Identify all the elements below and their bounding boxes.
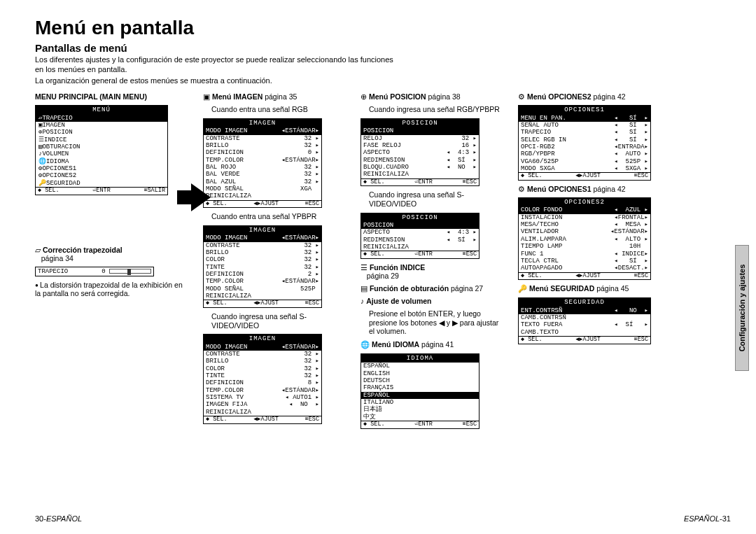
osd-row: BRILLO32 ▸ (204, 358, 321, 365)
key-icon: 🔑 (518, 284, 527, 293)
osd-row: DEFINICION 2 ▸ (204, 271, 321, 278)
osd-row: IMAGEN FIJA◂ NO ▸ (204, 401, 321, 408)
osd-row: TINTE32 ▸ (204, 264, 321, 271)
osd-row: INSTALACION◂FRONTAL▸ (519, 214, 650, 221)
osd-title: IMAGEN (204, 335, 321, 343)
osd-row: BAL AZUL32 ▸ (204, 178, 321, 185)
page-number-left: 30- (35, 514, 46, 523)
osd-lang-item: ITALIANO (361, 399, 479, 406)
content-columns: MENU PRINCIPAL (MAIN MENU) MENÚ ▱TRAPECI… (35, 92, 731, 428)
opciones1-page-ref: página 42 (593, 185, 625, 193)
gear-icon: ⚙ (518, 185, 525, 193)
osd-rows: CONTRASTE32 ▸BRILLO32 ▸COLOR32 ▸TINTE32 … (204, 351, 321, 416)
imagen-caption-bold: Menú IMAGEN (212, 92, 262, 101)
trapezoid-note-text: La distorsión trapezoidal de la exhibici… (35, 281, 183, 298)
idioma-caption-bold: Menú IDIOMA (372, 340, 419, 349)
osd-footer: ◆ SEL.◀▶AJUST⌧ESC (204, 200, 321, 208)
osd-row: 🔑SEGURIDAD (36, 180, 167, 187)
volumen-text: Presione el botón ENTER, y luego presion… (360, 309, 504, 336)
posicion-caption: ⊕ Menú POSICION página 38 (360, 92, 504, 101)
indice-page-ref: página 29 (367, 272, 399, 280)
section-heading: Pantallas de menú (35, 42, 731, 54)
column-opciones: ⚙ Menú OPCIONES2 página 42 OPCIONES1 MEN… (518, 92, 665, 344)
osd-row: COLOR32 ▸ (204, 365, 321, 372)
seguridad-caption-bold: Menú SEGURIDAD (529, 284, 594, 293)
bullet-icon (35, 281, 40, 289)
osd-footer: ◆ SEL.⏎ENTR⌧ESC (361, 251, 479, 258)
posicion-sub-rgb: Cuando ingresa una señal RGB/YPBPR (360, 105, 504, 114)
main-menu-caption: MENU PRINCIPAL (MAIN MENU) (35, 92, 189, 101)
idioma-caption: 🌐 Menú IDIOMA página 41 (360, 340, 504, 349)
osd-title: SEGURIDAD (519, 298, 650, 307)
position-icon: ⊕ (360, 92, 367, 101)
imagen-page-ref: página 35 (265, 92, 297, 101)
shutter-icon: ▤ (360, 284, 368, 293)
gear-icon: ⚙ (518, 92, 525, 101)
osd-row: COLOR FONDO◂ AZUL ▸ (519, 206, 650, 213)
osd-row: MODO SEÑAL525P (204, 286, 321, 293)
globe-icon: 🌐 (360, 340, 370, 349)
trapezoid-label: TRAPECIO (38, 268, 68, 275)
column-main-menu: MENU PRINCIPAL (MAIN MENU) MENÚ ▱TRAPECI… (35, 92, 189, 298)
osd-row: DEFINICION 8 ▸ (204, 379, 321, 386)
osd-row: POSICION (361, 222, 479, 229)
footer-entr: ⏎ENTR (92, 188, 111, 195)
osd-row: REINICIALIZA (204, 293, 321, 300)
osd-row: BAL VERDE32 ▸ (204, 171, 321, 178)
imagen-sub-ypbpr: Cuando entra una señal YPBPR (203, 212, 346, 221)
posicion-caption-bold: Menú POSICION (369, 92, 426, 101)
osd-row-mode: MODO IMAGEN◂ESTÁNDAR▸ (204, 127, 321, 134)
opciones2-caption-bold: Menú OPCIONES2 (527, 92, 592, 101)
osd-row: ♪VOLUMEN (36, 150, 167, 157)
osd-footer: ◆ SEL.⏎ENTR⌧ESC (361, 178, 479, 186)
seguridad-page-ref: página 45 (596, 284, 629, 293)
page-number-right: -31 (720, 514, 731, 523)
osd-footer: ◆ SEL.◀▶AJUST⌧ESC (204, 416, 321, 423)
page-lang-left: ESPAÑOL (46, 514, 82, 523)
trapezoid-value-slider: 0 (102, 268, 151, 275)
osd-title: POSICION (361, 119, 479, 127)
osd-row: ⊕POSICION (36, 129, 167, 136)
trapezoid-icon: ▱ (35, 246, 41, 254)
osd-row: CONTRASTE32 ▸ (204, 135, 321, 142)
osd-lang-item: 中文 (361, 414, 479, 421)
page-title: Menú en pantalla (35, 17, 731, 39)
trapezoid-page-ref: página 34 (41, 254, 74, 262)
page: Menú en pantalla Pantallas de menú Los d… (0, 0, 756, 534)
osd-row: SEÑAL AUTO◂ SÍ ▸ (519, 122, 650, 129)
osd-row-mode: MODO IMAGEN◂ESTÁNDAR▸ (204, 344, 321, 351)
osd-row: REDIMENSION◂ SÍ ▸ (361, 237, 479, 244)
osd-row: ⚙OPCIONES2 (36, 172, 167, 179)
trapezoid-value: 0 (102, 268, 105, 275)
osd-lang-item: DEUTSCH (361, 377, 479, 384)
arrow-right-icon (191, 183, 211, 211)
imagen-sub-rgb: Cuando entra una señal RGB (203, 105, 346, 114)
osd-lang-item: 日本語 (361, 406, 479, 413)
osd-row: ☰INDICE (36, 136, 167, 143)
osd-row: CONTRASTE32 ▸ (204, 351, 321, 358)
osd-title: IMAGEN (204, 226, 321, 234)
osd-row: OPCI·RGB2◂ENTRADA▸ (519, 143, 650, 150)
osd-lang-list: ESPAÑOLENGLISHDEUTSCHFRANÇAISESPAÑOLITAL… (361, 363, 479, 421)
footer-exit: ⌧SALIR (144, 188, 165, 195)
osd-row: BLOQU.CUADRO◂ NO ▸ (361, 164, 479, 171)
osd-row-mode: MODO IMAGEN◂ESTÁNDAR▸ (204, 234, 321, 241)
osd-row: REINICIALIZA (361, 171, 479, 178)
osd-row: CAMB.TEXTO (519, 329, 650, 336)
opciones1-caption-bold: Menú OPCIONES1 (527, 185, 592, 193)
osd-row: ASPECTO◂ 4:3 ▸ (361, 229, 479, 236)
osd-seguridad: SEGURIDAD ENT.CONTRSÑ◂ NO ▸CAMB.CONTRSÑT… (518, 297, 651, 344)
seguridad-caption: 🔑 Menú SEGURIDAD página 45 (518, 284, 665, 293)
osd-title: POSICION (361, 213, 479, 222)
osd-rows: CONTRASTE32 ▸BRILLO32 ▸COLOR32 ▸TINTE32 … (204, 242, 321, 300)
index-icon: ☰ (360, 263, 368, 272)
osd-row: FASE RELOJ16 ▸ (361, 142, 479, 149)
osd-row: SELEC RGB IN◂ SÍ ▸ (519, 136, 650, 143)
osd-footer: ◆ SEL.◀▶AJUST⌧ESC (519, 272, 650, 280)
osd-title: IMAGEN (204, 119, 321, 127)
trapezoid-caption: ▱ Corrección trapezoidal página 34 (35, 246, 189, 262)
osd-row: TIEMPO LAMP 10H (519, 243, 650, 250)
idioma-page-ref: página 41 (421, 340, 454, 349)
indice-caption: ☰ Función INDICE página 29 (360, 263, 504, 280)
osd-row: ENT.CONTRSÑ◂ NO ▸ (519, 307, 650, 314)
